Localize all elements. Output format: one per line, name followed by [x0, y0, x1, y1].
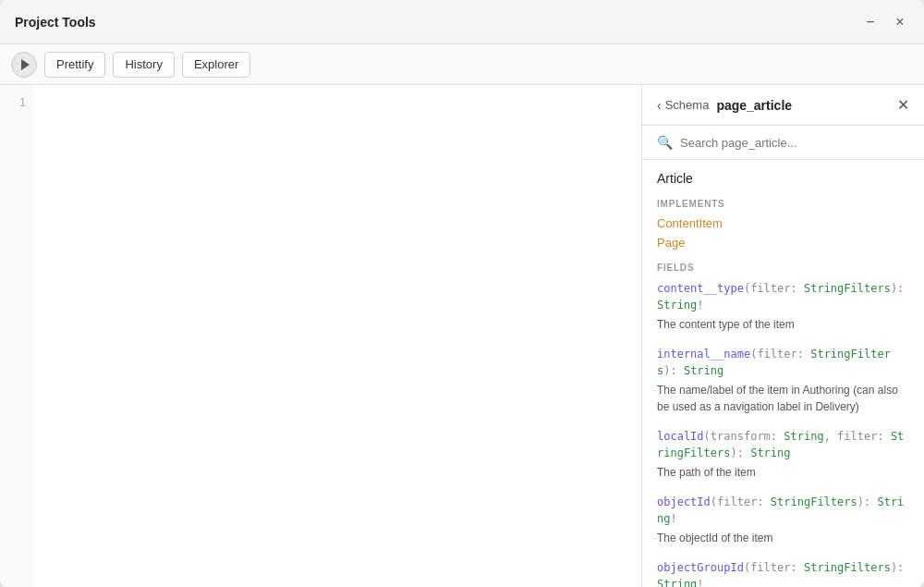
- field-internal-name-name: internal__name: [657, 348, 750, 361]
- window-title: Project Tools: [15, 15, 96, 30]
- explorer-button[interactable]: Explorer: [182, 52, 250, 78]
- back-icon: ‹: [657, 98, 662, 113]
- field-content-type-name: content__type: [657, 282, 744, 295]
- schema-type-name: Article: [657, 171, 909, 186]
- field-local-id-signature: localId(transform: String, filter: Strin…: [657, 428, 909, 461]
- field-internal-name-desc: The name/label of the item in Authoring …: [657, 382, 909, 415]
- field-local-id-transform-type: String: [784, 430, 823, 443]
- field-object-id-filter-type: StringFilters: [771, 495, 857, 508]
- schema-body: Article IMPLEMENTS ContentItem Page FIEL…: [642, 160, 924, 587]
- field-object-id: objectId(filter: StringFilters): String!…: [657, 494, 909, 546]
- field-local-id-return: String: [750, 446, 790, 459]
- schema-nav: ‹ Schema page_article: [657, 98, 792, 113]
- line-number: 1: [7, 96, 26, 109]
- schema-close-button[interactable]: ✕: [897, 96, 909, 114]
- field-local-id-desc: The path of the item: [657, 464, 909, 481]
- field-object-group-id-filter-type: StringFilters: [804, 561, 891, 574]
- code-editor[interactable]: [33, 85, 641, 587]
- implements-label: IMPLEMENTS: [657, 199, 909, 209]
- schema-search-input[interactable]: [680, 136, 909, 150]
- editor-area: 1: [0, 85, 641, 587]
- implements-content-item[interactable]: ContentItem: [657, 216, 909, 230]
- field-object-group-id: objectGroupId(filter: StringFilters): St…: [657, 559, 909, 587]
- field-object-id-desc: The objectId of the item: [657, 530, 909, 546]
- main-content: 1 ‹ Schema page_article ✕ 🔍: [0, 85, 924, 587]
- search-icon: 🔍: [657, 135, 673, 150]
- main-window: Project Tools − × Prettify History Explo…: [0, 0, 924, 587]
- field-object-id-signature: objectId(filter: StringFilters): String!: [657, 494, 909, 527]
- field-internal-name-return: String: [684, 364, 723, 377]
- field-internal-name-signature: internal__name(filter: StringFilters): S…: [657, 346, 909, 379]
- field-object-group-id-signature: objectGroupId(filter: StringFilters): St…: [657, 559, 909, 587]
- close-button[interactable]: ×: [891, 13, 909, 31]
- field-local-id: localId(transform: String, filter: Strin…: [657, 428, 909, 481]
- field-content-type-desc: The content type of the item: [657, 316, 909, 333]
- prettify-button[interactable]: Prettify: [44, 52, 105, 78]
- schema-back-button[interactable]: ‹ Schema: [657, 98, 709, 113]
- run-button[interactable]: [11, 52, 37, 78]
- title-bar-controls: − ×: [861, 13, 909, 31]
- field-content-type-return: String: [657, 299, 697, 312]
- field-object-group-id-name: objectGroupId: [657, 561, 744, 574]
- field-internal-name: internal__name(filter: StringFilters): S…: [657, 346, 909, 415]
- field-object-group-id-return: String: [657, 578, 697, 587]
- field-content-type: content__type(filter: StringFilters): St…: [657, 280, 909, 333]
- line-numbers: 1: [0, 85, 33, 587]
- field-content-type-signature: content__type(filter: StringFilters): St…: [657, 280, 909, 313]
- schema-search-bar: 🔍: [642, 126, 924, 160]
- history-button[interactable]: History: [113, 52, 174, 78]
- schema-back-label: Schema: [665, 98, 710, 112]
- field-content-type-args: (filter:: [744, 282, 804, 295]
- implements-page[interactable]: Page: [657, 236, 909, 250]
- schema-panel-title: page_article: [716, 98, 792, 113]
- editor-panel: 1: [0, 85, 642, 587]
- fields-label: FIELDS: [657, 263, 909, 273]
- toolbar: Prettify History Explorer: [0, 44, 924, 85]
- field-content-type-filter-type: StringFilters: [804, 282, 891, 295]
- field-object-id-name: objectId: [657, 495, 711, 508]
- title-bar: Project Tools − ×: [0, 0, 924, 44]
- run-icon: [21, 59, 30, 70]
- schema-header: ‹ Schema page_article ✕: [642, 85, 924, 126]
- schema-panel: ‹ Schema page_article ✕ 🔍 Article IMPLEM…: [642, 85, 924, 587]
- minimize-button[interactable]: −: [861, 13, 880, 31]
- field-local-id-name: localId: [657, 430, 704, 443]
